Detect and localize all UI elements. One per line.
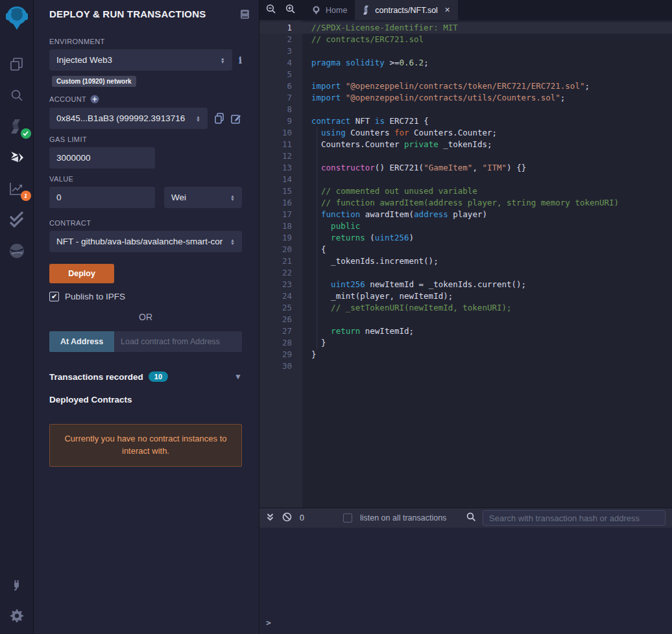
code-line[interactable]: 15 // commented out unused variable (259, 185, 672, 197)
zoom-in-icon[interactable] (285, 4, 296, 16)
remix-logo[interactable] (3, 4, 30, 34)
deployed-contracts-label: Deployed Contracts (49, 395, 242, 405)
file-explorer-icon[interactable] (6, 54, 27, 75)
line-number: 11 (259, 139, 302, 150)
line-number: 27 (259, 325, 302, 337)
code-line[interactable]: 9contract NFT is ERC721 { (259, 115, 672, 127)
chevron-updown-icon: ▲▼ (221, 57, 225, 64)
line-number: 22 (259, 267, 302, 279)
line-number: 30 (259, 360, 302, 372)
publish-ipfs-checkbox[interactable]: ✔ Publish to IPFS (49, 292, 242, 301)
terminal-expand-icon[interactable] (266, 513, 274, 524)
main-area: Home contracts/NFT.sol ✕ 1//SPDX-License… (259, 0, 672, 634)
code-line[interactable]: 30 (259, 360, 672, 372)
code-line[interactable]: 7import "@openzeppelin/contracts/utils/C… (259, 92, 672, 104)
code-line[interactable]: 18 public (259, 220, 672, 232)
account-select[interactable]: 0x845...B1aB3 (999992.3913716 ▲▼ (49, 108, 208, 129)
code-line[interactable]: 5 (259, 69, 672, 80)
analysis-icon[interactable]: 1 (6, 178, 27, 199)
publish-ipfs-label: Publish to IPFS (65, 292, 125, 301)
line-number: 12 (259, 150, 302, 162)
line-number: 6 (259, 80, 302, 92)
code-line[interactable]: 24 _mint(player, newItemId); (259, 290, 672, 302)
close-tab-icon[interactable]: ✕ (444, 6, 450, 14)
plugin-manager-icon[interactable] (6, 574, 27, 595)
code-line[interactable]: 10 using Counters for Counters.Counter; (259, 127, 672, 139)
line-number: 20 (259, 244, 302, 255)
value-input[interactable] (49, 187, 155, 208)
code-line[interactable]: 25 // _setTokenURI(newItemId, tokenURI); (259, 302, 672, 314)
code-line[interactable]: 3 (259, 45, 672, 57)
settings-icon[interactable] (6, 605, 27, 626)
solidity-file-icon (363, 5, 370, 15)
at-address-button[interactable]: At Address (49, 331, 114, 352)
line-number: 25 (259, 302, 302, 314)
unit-testing-icon[interactable] (6, 209, 27, 230)
solidity-compiler-icon[interactable] (6, 116, 27, 137)
debugger-icon[interactable] (6, 241, 27, 261)
line-number: 24 (259, 290, 302, 302)
code-line[interactable]: 13 constructor() ERC721("GameItem", "ITM… (259, 162, 672, 174)
listen-transactions-label: listen on all transactions (360, 513, 446, 522)
terminal-search-input[interactable] (483, 510, 666, 526)
line-number: 1 (259, 22, 302, 34)
deploy-run-icon[interactable] (6, 147, 27, 168)
value-label: VALUE (49, 175, 242, 183)
code-line[interactable]: 20 { (259, 244, 672, 255)
deploy-button[interactable]: Deploy (49, 264, 114, 283)
code-line[interactable]: 19 returns (uint256) (259, 232, 672, 244)
code-line[interactable]: 22 (259, 267, 672, 279)
code-line[interactable]: 4pragma solidity >=0.6.2; (259, 57, 672, 69)
analysis-count-badge: 1 (21, 191, 31, 201)
search-icon[interactable] (6, 85, 27, 106)
gas-limit-input[interactable] (49, 147, 155, 169)
line-number: 13 (259, 162, 302, 174)
compile-success-badge (21, 128, 31, 139)
line-number: 17 (259, 209, 302, 220)
code-line[interactable]: 2// contracts/ERC721.sol (259, 34, 672, 45)
terminal-panel: 0 listen on all transactions > (259, 508, 672, 634)
code-line[interactable]: 12 (259, 150, 672, 162)
documentation-icon[interactable] (240, 9, 250, 19)
terminal-search-icon (466, 512, 476, 524)
icon-sidebar: 1 (0, 0, 34, 634)
value-unit-select[interactable]: Wei ▲▼ (164, 187, 242, 208)
zoom-out-icon[interactable] (266, 4, 276, 16)
chevron-down-icon[interactable]: ▼ (234, 372, 242, 381)
code-line[interactable]: 26 (259, 314, 672, 325)
at-address-input[interactable] (114, 331, 242, 352)
code-line[interactable]: 27 return newItemId; (259, 325, 672, 337)
contract-select[interactable]: NFT - github/ava-labs/avalanche-smart-co… (49, 231, 242, 252)
terminal-prompt[interactable]: > (266, 618, 271, 628)
line-number: 10 (259, 127, 302, 139)
code-line[interactable]: 29} (259, 349, 672, 360)
code-editor[interactable]: 1//SPDX-License-Identifier: MIT2// contr… (259, 20, 672, 508)
code-line[interactable]: 17 function awardItem(address player) (259, 209, 672, 220)
clear-console-icon[interactable] (282, 512, 292, 524)
tab-home[interactable]: Home (304, 0, 355, 20)
code-line[interactable]: 8 (259, 104, 672, 115)
line-number: 21 (259, 255, 302, 267)
pending-tx-count: 0 (300, 513, 304, 522)
code-line[interactable]: 14 (259, 174, 672, 185)
code-line[interactable]: 1//SPDX-License-Identifier: MIT (259, 22, 672, 34)
copy-account-icon[interactable] (214, 113, 224, 124)
line-number: 18 (259, 220, 302, 232)
account-label: ACCOUNT (49, 95, 86, 103)
add-account-icon[interactable] (90, 95, 99, 104)
terminal-output[interactable]: > (259, 528, 672, 634)
code-line[interactable]: 23 uint256 newItemId = _tokenIds.current… (259, 279, 672, 290)
environment-info-icon[interactable]: i (239, 55, 242, 65)
listen-transactions-checkbox[interactable] (343, 513, 352, 522)
code-line[interactable]: 16 // function awardItem(address player,… (259, 197, 672, 209)
tab-contracts-nft-sol[interactable]: contracts/NFT.sol ✕ (355, 0, 458, 20)
code-line[interactable]: 21 _tokenIds.increment(); (259, 255, 672, 267)
code-line[interactable]: 6import "@openzeppelin/contracts/token/E… (259, 80, 672, 92)
code-line[interactable]: 28 } (259, 337, 672, 349)
or-separator: OR (49, 312, 242, 322)
checkbox-checked-icon[interactable]: ✔ (49, 292, 59, 301)
line-number: 3 (259, 45, 302, 57)
sign-message-icon[interactable] (231, 113, 242, 124)
environment-select[interactable]: Injected Web3 ▲▼ (49, 49, 232, 71)
code-line[interactable]: 11 Counters.Counter private _tokenIds; (259, 139, 672, 150)
